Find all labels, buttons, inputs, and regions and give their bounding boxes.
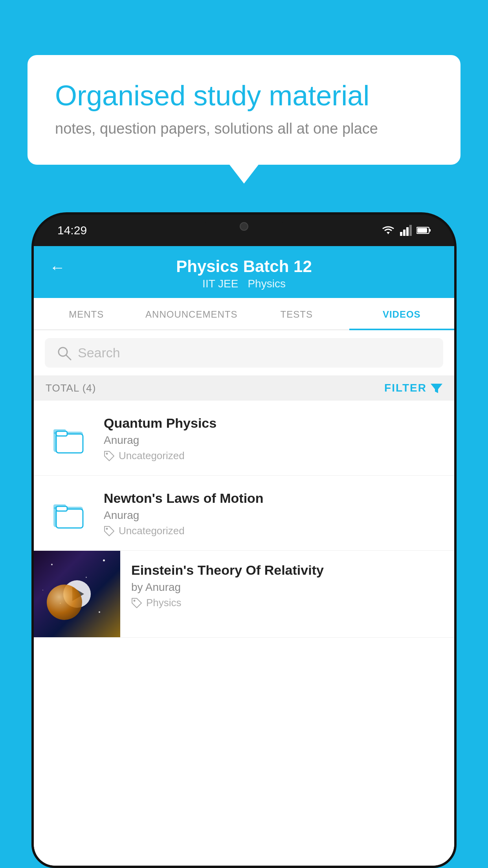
svg-rect-1 — [400, 232, 402, 236]
tab-ments[interactable]: MENTS — [34, 298, 139, 329]
app-screen: ← Physics Batch 12 IIT JEE Physics MENTS… — [34, 246, 454, 866]
list-item[interactable]: Einstein's Theory Of Relativity by Anura… — [34, 551, 454, 638]
notch — [205, 215, 283, 238]
svg-line-9 — [66, 355, 71, 360]
status-time: 14:29 — [57, 224, 87, 237]
svg-rect-18 — [56, 509, 83, 528]
total-count: TOTAL (4) — [46, 382, 96, 394]
app-header: ← Physics Batch 12 IIT JEE Physics — [34, 246, 454, 298]
video-title: Quantum Physics — [104, 416, 442, 431]
status-bar: 14:29 — [34, 215, 454, 246]
battery-icon — [416, 226, 431, 234]
status-icons — [381, 225, 431, 236]
signal-icon — [400, 225, 412, 236]
svg-marker-0 — [387, 232, 390, 234]
phone-frame: 14:29 — [31, 212, 457, 868]
video-author: by Anurag — [131, 581, 442, 594]
tag-label: Uncategorized — [119, 450, 185, 462]
header-subtitle: IIT JEE Physics — [202, 278, 286, 290]
tag-label: Physics — [146, 597, 182, 609]
svg-rect-7 — [417, 228, 427, 233]
video-tag: Physics — [131, 597, 442, 609]
video-title: Newton's Laws of Motion — [104, 491, 442, 506]
tag-icon — [131, 598, 142, 609]
svg-marker-10 — [431, 384, 442, 393]
stars-background — [34, 551, 120, 637]
header-title: Physics Batch 12 — [176, 257, 312, 276]
svg-rect-3 — [406, 227, 409, 236]
filter-icon — [431, 382, 442, 394]
svg-point-15 — [106, 452, 108, 454]
tag-icon — [104, 526, 115, 537]
svg-rect-13 — [56, 434, 83, 453]
list-item[interactable]: Quantum Physics Anurag Uncategorized — [34, 401, 454, 476]
wifi-icon — [381, 225, 395, 236]
video-info: Quantum Physics Anurag Uncategorized — [104, 414, 442, 462]
tab-announcements[interactable]: ANNOUNCEMENTS — [139, 298, 244, 329]
folder-icon — [51, 420, 87, 455]
svg-rect-2 — [403, 230, 405, 236]
search-icon — [57, 346, 72, 360]
search-bar[interactable]: Search — [45, 338, 443, 368]
list-item[interactable]: Newton's Laws of Motion Anurag Uncategor… — [34, 476, 454, 551]
filter-bar: TOTAL (4) FILTER — [34, 375, 454, 401]
tag-label: Uncategorized — [119, 525, 185, 537]
svg-rect-19 — [56, 506, 67, 511]
search-placeholder: Search — [78, 345, 120, 360]
header-subtitle-right: Physics — [248, 278, 285, 290]
folder-icon — [51, 495, 87, 530]
svg-rect-6 — [429, 229, 431, 232]
video-thumbnail — [34, 551, 120, 637]
back-button[interactable]: ← — [50, 259, 65, 276]
bubble-title: Organised study material — [55, 79, 433, 112]
speech-bubble: Organised study material notes, question… — [28, 55, 460, 165]
search-container: Search — [34, 330, 454, 375]
svg-rect-4 — [409, 225, 412, 236]
filter-button[interactable]: FILTER — [384, 382, 442, 394]
video-info: Newton's Laws of Motion Anurag Uncategor… — [104, 489, 442, 537]
camera — [240, 222, 248, 231]
bubble-subtitle: notes, question papers, solutions all at… — [55, 120, 433, 137]
video-author: Anurag — [104, 509, 442, 522]
tab-tests[interactable]: TESTS — [244, 298, 349, 329]
tab-videos[interactable]: VIDEOS — [349, 298, 455, 329]
header-subtitle-left: IIT JEE — [202, 278, 238, 290]
tag-icon — [104, 451, 115, 462]
folder-icon-container — [46, 414, 93, 461]
video-tag: Uncategorized — [104, 450, 442, 462]
folder-icon-container — [46, 489, 93, 536]
tabs-bar: MENTS ANNOUNCEMENTS TESTS VIDEOS — [34, 298, 454, 330]
video-title: Einstein's Theory Of Relativity — [131, 563, 442, 578]
video-info: Einstein's Theory Of Relativity by Anura… — [120, 551, 454, 621]
speech-bubble-section: Organised study material notes, question… — [28, 55, 460, 165]
video-list: Quantum Physics Anurag Uncategorized — [34, 401, 454, 866]
svg-point-21 — [134, 600, 136, 601]
filter-label: FILTER — [384, 382, 427, 394]
video-author: Anurag — [104, 434, 442, 447]
svg-point-20 — [106, 528, 108, 530]
svg-rect-14 — [56, 431, 67, 436]
video-tag: Uncategorized — [104, 525, 442, 537]
